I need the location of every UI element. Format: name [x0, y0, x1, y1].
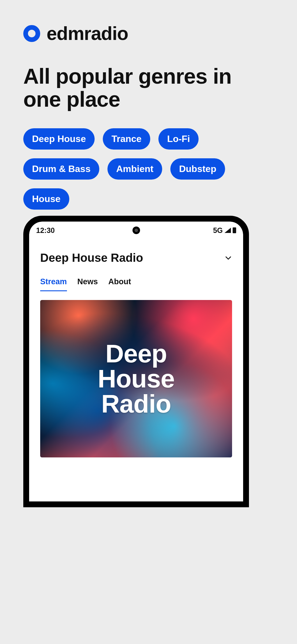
cover-line: Deep [105, 341, 167, 366]
station-title: Deep House Radio [40, 251, 143, 264]
signal-icon [224, 228, 231, 233]
page-headline: All popular genres in one place [23, 65, 274, 111]
logo-ring-icon [23, 25, 40, 42]
station-cover-art[interactable]: Deep House Radio [40, 300, 232, 457]
phone-mockup: 12:30 5G Deep House Radio Stream [23, 216, 249, 507]
tab-about[interactable]: About [108, 277, 131, 291]
status-bar: 12:30 5G [29, 222, 243, 239]
genre-chip-list: Deep House Trance Lo-Fi Drum & Bass Ambi… [23, 128, 233, 210]
genre-chip[interactable]: Deep House [23, 128, 95, 150]
brand-name: edmradio [47, 23, 128, 44]
genre-chip[interactable]: Ambient [107, 158, 162, 180]
phone-side-button-icon [244, 367, 246, 426]
genre-chip[interactable]: Dubstep [170, 158, 225, 180]
cover-line: House [98, 366, 175, 391]
front-camera-icon [132, 227, 140, 234]
genre-chip[interactable]: Trance [103, 128, 150, 150]
brand-logo: edmradio [23, 23, 274, 44]
status-network: 5G [213, 226, 223, 235]
battery-icon [233, 227, 236, 233]
tab-bar: Stream News About [29, 264, 243, 291]
genre-chip[interactable]: Drum & Bass [23, 158, 99, 180]
status-time: 12:30 [36, 226, 55, 235]
cover-title: Deep House Radio [40, 300, 232, 457]
tab-news[interactable]: News [77, 277, 98, 291]
chevron-down-icon[interactable] [224, 254, 232, 262]
phone-side-button-icon [244, 292, 246, 327]
genre-chip[interactable]: House [23, 188, 69, 210]
tab-stream[interactable]: Stream [40, 277, 67, 291]
cover-line: Radio [101, 391, 171, 416]
genre-chip[interactable]: Lo-Fi [158, 128, 199, 150]
